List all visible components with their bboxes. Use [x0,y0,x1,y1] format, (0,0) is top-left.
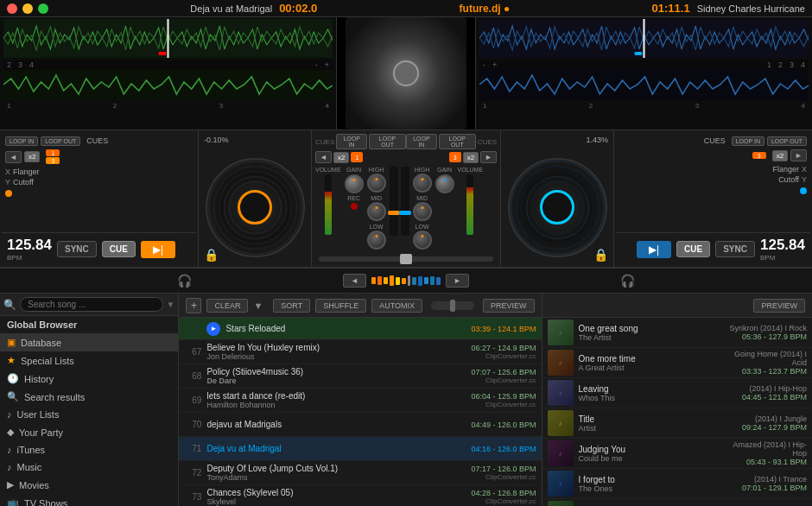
table-row[interactable]: 72 Deputy Of Love (Jump Cuts Vol.1) Tony… [179,461,541,485]
sidebar-item-search[interactable]: 🔍 Search results [0,388,178,406]
cues-label-right: CUES [478,138,497,146]
vinyl-deck-a[interactable]: -0.10% 🔒 [199,130,311,267]
loop-in-mixer[interactable]: LOOP IN [336,134,367,149]
track-thumbnail: ♪ [548,501,574,506]
database-icon: ▣ [7,337,16,348]
lock-icon-b: 🔒 [593,248,608,262]
loop-in-btn-a[interactable]: LOOP IN [5,136,38,146]
search-options-icon[interactable]: ▼ [167,300,175,309]
loop-out-btn-a[interactable]: LOOP OUT [41,136,80,146]
list-item[interactable]: ♪ Judging You Could be me Amazed (2014) … [542,439,812,469]
loop-arrow-left-a[interactable]: ◄ [5,151,22,163]
prev-cue-btn[interactable]: ◄ [343,274,366,288]
track-bpm: 04:49 - 126.0 BPM [459,421,536,429]
maximize-btn[interactable] [38,3,48,14]
crossfader[interactable] [319,256,493,262]
app-logo: future.dj ● [460,3,511,15]
loop-out-btn-b[interactable]: LOOP OUT [767,136,807,146]
sidebar-item-history[interactable]: 🕐 History [0,370,178,388]
play-btn-b[interactable]: ▶| [637,241,671,258]
gain-knob[interactable] [345,174,364,193]
sync-btn-b[interactable]: SYNC [715,241,755,257]
list-item[interactable]: ♪ Leaving Whos This (2014) I Hip-Hop 04:… [542,378,812,408]
cue1-r[interactable]: 3 [449,152,461,162]
browser-panel: 🔍 ▼ Global Browser ▣ Database ★ Special … [0,294,179,506]
high-knob-l[interactable] [367,174,386,193]
vinyl-platter-a[interactable] [206,158,305,257]
list-item[interactable]: ♪ I forget to The Ones (2014) I Trance 0… [542,469,812,499]
next-btn-r[interactable]: ► [480,151,497,163]
effect-y-label-b: Y [802,175,807,184]
automix-slider[interactable] [431,301,474,310]
vinyl-deck-b[interactable]: 1.43% 🔒 [501,130,613,267]
deck-a-mini-waveform [3,70,333,100]
track-indicator: ► [206,322,220,336]
cue-btn-b[interactable]: CUE [676,241,710,257]
loop-x2-b[interactable]: x2 [772,150,788,161]
loop-arrow-right-b[interactable]: ► [790,149,807,161]
low-knob-r[interactable] [413,231,432,250]
svg-point-10 [516,166,599,249]
volume-label-r: VOLUME [458,167,484,173]
low-knob-l[interactable] [367,231,386,250]
clear-btn[interactable]: CLEAR [206,299,248,313]
track-bpm: 04:16 - 126.0 BPM [459,445,536,453]
vinyl-platter-b[interactable] [508,158,607,257]
sort-btn[interactable]: SORT [273,299,310,313]
table-row[interactable]: 68 Policy (Stiiove4music 36) De Dare 07:… [179,364,541,389]
add-track-btn[interactable]: + [186,298,201,313]
suggested-meta: (2014) I Trance 07:01 - 129.1 BPM [720,475,807,492]
loop-x2-a[interactable]: x2 [24,151,40,162]
loop-out-mixer-b[interactable]: LOOP OUT [439,134,476,149]
preview-btn[interactable]: PREVIEW [483,299,535,313]
deck-a-waveform[interactable]: // Generate waveform-like bars inline vi… [0,17,337,130]
sidebar-item-database[interactable]: ▣ Database [0,333,178,351]
sync-btn-a[interactable]: SYNC [57,241,97,257]
pitch-value-b: 1.43% [586,136,608,144]
table-row[interactable]: 73 Chances (Skylevel 05) Skylevel 04:28 … [179,485,541,506]
svg-rect-3 [635,52,643,55]
sidebar-item-itunes[interactable]: ♪ iTunes [0,441,178,459]
track-info: Deputy Of Love (Jump Cuts Vol.1) TonyAda… [206,464,453,482]
sidebar-item-special-lists[interactable]: ★ Special Lists [0,351,178,370]
sidebar-item-music[interactable]: ♪ Music [0,459,178,476]
table-row[interactable]: 71 Deja vu at Madrigal 04:16 - 126.0 BPM [179,437,541,461]
deck-b-waveform[interactable]: - + 1234 1 2 3 4 [475,17,812,130]
loop-in-mixer-b[interactable]: LOOP IN [406,134,437,149]
table-row[interactable]: ► Stars Reloaded 03:39 - 124.1 BPM [179,318,541,340]
list-item[interactable]: ♪ One great song The Artist Synkron (201… [542,318,812,348]
cue1-l[interactable]: 1 [351,152,363,162]
high-knob-r[interactable] [413,174,432,193]
table-row[interactable]: 70 dejavu at Madrigals 04:49 - 126.0 BPM [179,413,541,437]
sidebar-item-tv-shows[interactable]: 📺 TV Shows [0,494,178,506]
sidebar-item-user-lists[interactable]: ♪ User Lists [0,406,178,423]
next-cue-btn[interactable]: ► [446,274,469,288]
x2-btn-r[interactable]: x2 [463,152,479,163]
automix-btn[interactable]: AUTOMIX [371,299,422,313]
x2-btn-l[interactable]: x2 [333,152,349,163]
loop-out-mixer[interactable]: LOOP OUT [369,134,406,149]
shuffle-btn[interactable]: SHUFFLE [315,299,366,313]
prev-btn-l[interactable]: ◄ [315,151,332,163]
svg-point-9 [511,161,604,254]
cue-btn-a[interactable]: CUE [102,241,136,257]
minimize-btn[interactable] [22,3,33,14]
loop-in-btn-b[interactable]: LOOP IN [732,136,764,146]
play-btn-a[interactable]: ▶| [141,241,175,258]
table-row[interactable]: 69 lets start a dance (re-edit) Hamilton… [179,389,541,413]
mid-knob-r[interactable] [413,202,432,221]
browser-list: Global Browser ▣ Database ★ Special List… [0,316,178,506]
track-info: Believe In You (Huxley remix) Jon Deleri… [206,343,453,361]
gain-knob-r[interactable] [435,174,454,193]
track-info: Deja vu at Madrigal [206,444,453,453]
sidebar-item-your-party[interactable]: ◆ Your Party [0,423,178,441]
table-row[interactable]: 67 Believe In You (Huxley remix) Jon Del… [179,340,541,364]
sidebar-item-movies[interactable]: ▶ Movies [0,476,178,494]
search-input[interactable] [20,297,163,312]
list-item[interactable]: ♪ One more time A Great Artist Going Hom… [542,348,812,378]
mid-knob-l[interactable] [367,202,386,221]
close-btn[interactable] [7,3,17,14]
list-item[interactable]: ♪ Perfect Bass The Ones (2014) I Club 03… [542,499,812,506]
list-item[interactable]: ♪ Title Artist (2014) I Jungle 09:24 - 1… [542,408,812,439]
preview-btn-2[interactable]: PREVIEW [753,299,805,313]
